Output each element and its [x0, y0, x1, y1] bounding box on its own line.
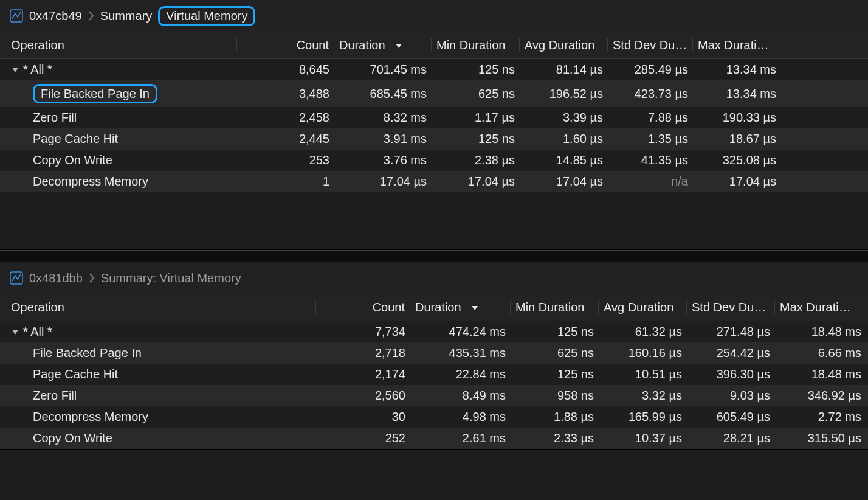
cell-std: 1.35 µs	[608, 132, 693, 146]
breadcrumb-virtual-memory-highlight[interactable]: Virtual Memory	[158, 6, 255, 26]
cell-dur: 685.45 ms	[334, 87, 432, 101]
cell-count: 253	[237, 153, 334, 167]
col-count[interactable]: Count	[237, 38, 334, 52]
table-row[interactable]: Copy On Write 253 3.76 ms 2.38 µs 14.85 …	[0, 150, 868, 171]
cell-avg: 1.60 µs	[520, 132, 608, 146]
col-avg-duration[interactable]: Avg Duration	[599, 300, 687, 314]
cell-count: 252	[316, 431, 410, 445]
cell-min: 625 ns	[511, 346, 599, 360]
col-max-duration[interactable]: Max Durati…	[775, 300, 866, 314]
cell-dur: 435.31 ms	[410, 346, 511, 360]
breadcrumb-address[interactable]: 0x481dbb	[29, 271, 83, 285]
cell-dur: 8.49 ms	[410, 389, 511, 403]
panel-top: 0x47cb49 Summary Virtual Memory Operatio…	[0, 0, 868, 250]
col-max-duration[interactable]: Max Durati…	[693, 38, 781, 52]
table-row[interactable]: Decompress Memory 30 4.98 ms 1.88 µs 165…	[0, 406, 868, 428]
row-name: Decompress Memory	[33, 410, 148, 424]
cell-avg: 196.52 µs	[520, 87, 608, 101]
disclosure-triangle-icon[interactable]	[11, 328, 19, 336]
panel-divider[interactable]	[0, 250, 868, 262]
table-header: Operation Count Duration Min Duration Av…	[0, 294, 868, 321]
cell-max: 190.33 µs	[693, 111, 781, 125]
cell-std: 254.42 µs	[687, 346, 775, 360]
table-row[interactable]: * All * 8,645 701.45 ms 125 ns 81.14 µs …	[0, 59, 868, 80]
table-row[interactable]: Page Cache Hit 2,445 3.91 ms 125 ns 1.60…	[0, 128, 868, 150]
table-row[interactable]: * All * 7,734 474.24 ms 125 ns 61.32 µs …	[0, 321, 868, 342]
col-min-duration[interactable]: Min Duration	[432, 38, 520, 52]
col-operation[interactable]: Operation	[6, 38, 237, 52]
instruments-icon	[10, 271, 23, 285]
cell-dur: 17.04 µs	[334, 175, 432, 189]
breadcrumb-address[interactable]: 0x47cb49	[29, 9, 82, 23]
table-row[interactable]: Zero Fill 2,458 8.32 ms 1.17 µs 3.39 µs …	[0, 107, 868, 128]
cell-std: 285.49 µs	[608, 63, 693, 77]
row-name: Copy On Write	[33, 153, 112, 167]
cell-dur: 3.91 ms	[334, 132, 432, 146]
breadcrumb-summary[interactable]: Summary: Virtual Memory	[101, 271, 241, 285]
cell-count: 3,488	[237, 87, 334, 101]
col-min-duration[interactable]: Min Duration	[511, 300, 599, 314]
cell-min: 2.38 µs	[432, 153, 520, 167]
col-duration[interactable]: Duration	[334, 38, 432, 52]
row-name: Zero Fill	[33, 389, 77, 403]
row-name: Page Cache Hit	[33, 367, 118, 381]
col-duration-label: Duration	[339, 38, 385, 52]
col-count[interactable]: Count	[316, 300, 410, 314]
cell-dur: 2.61 ms	[410, 431, 511, 445]
sort-descending-icon	[394, 42, 403, 49]
cell-max: 18.48 ms	[775, 325, 866, 339]
cell-std: n/a	[608, 175, 693, 189]
cell-avg: 160.16 µs	[599, 346, 687, 360]
cell-min: 125 ns	[511, 367, 599, 381]
table-header: Operation Count Duration Min Duration Av…	[0, 32, 868, 59]
cell-min: 2.33 µs	[511, 431, 599, 445]
col-avg-duration[interactable]: Avg Duration	[520, 38, 608, 52]
table-row[interactable]: Copy On Write 252 2.61 ms 2.33 µs 10.37 …	[0, 428, 868, 449]
table-row[interactable]: Zero Fill 2,560 8.49 ms 958 ns 3.32 µs 9…	[0, 385, 868, 406]
row-name: Zero Fill	[33, 111, 77, 125]
row-name: File Backed Page In	[41, 87, 150, 100]
cell-count: 30	[316, 410, 410, 424]
row-name: Page Cache Hit	[33, 132, 118, 146]
cell-dur: 8.32 ms	[334, 111, 432, 125]
cell-max: 13.34 ms	[693, 87, 781, 101]
breadcrumb-vm-label: Virtual Memory	[166, 9, 247, 23]
breadcrumb: 0x47cb49 Summary Virtual Memory	[0, 0, 868, 32]
cell-avg: 3.32 µs	[599, 389, 687, 403]
cell-max: 6.66 ms	[775, 346, 866, 360]
cell-avg: 165.99 µs	[599, 410, 687, 424]
row-name: * All *	[23, 63, 52, 77]
table-row[interactable]: Page Cache Hit 2,174 22.84 ms 125 ns 10.…	[0, 364, 868, 385]
table-row[interactable]: File Backed Page In 2,718 435.31 ms 625 …	[0, 342, 868, 364]
cell-max: 2.72 ms	[775, 410, 866, 424]
cell-avg: 14.85 µs	[520, 153, 608, 167]
col-std-dev[interactable]: Std Dev Du…	[687, 300, 775, 314]
breadcrumb-summary[interactable]: Summary	[100, 9, 153, 23]
cell-dur: 474.24 ms	[410, 325, 511, 339]
row-name: * All *	[23, 325, 52, 339]
chevron-right-icon	[88, 10, 94, 21]
cell-avg: 17.04 µs	[520, 175, 608, 189]
cell-min: 125 ns	[432, 132, 520, 146]
cell-dur: 701.45 ms	[334, 63, 432, 77]
col-duration[interactable]: Duration	[410, 300, 511, 314]
table-row[interactable]: Decompress Memory 1 17.04 µs 17.04 µs 17…	[0, 171, 868, 192]
cell-max: 18.48 ms	[775, 367, 866, 381]
cell-count: 2,718	[316, 346, 410, 360]
cell-max: 346.92 µs	[775, 389, 866, 403]
empty-area	[0, 192, 868, 249]
cell-avg: 81.14 µs	[520, 63, 608, 77]
disclosure-triangle-icon[interactable]	[11, 66, 19, 74]
file-backed-page-in-highlight: File Backed Page In	[33, 84, 157, 103]
cell-min: 17.04 µs	[432, 175, 520, 189]
row-name: Decompress Memory	[33, 175, 148, 189]
table-row[interactable]: File Backed Page In 3,488 685.45 ms 625 …	[0, 80, 868, 107]
cell-count: 2,458	[237, 111, 334, 125]
col-operation[interactable]: Operation	[6, 300, 316, 314]
cell-avg: 10.51 µs	[599, 367, 687, 381]
cell-avg: 10.37 µs	[599, 431, 687, 445]
cell-std: 9.03 µs	[687, 389, 775, 403]
cell-min: 1.17 µs	[432, 111, 520, 125]
cell-avg: 3.39 µs	[520, 111, 608, 125]
col-std-dev[interactable]: Std Dev Du…	[608, 38, 693, 52]
